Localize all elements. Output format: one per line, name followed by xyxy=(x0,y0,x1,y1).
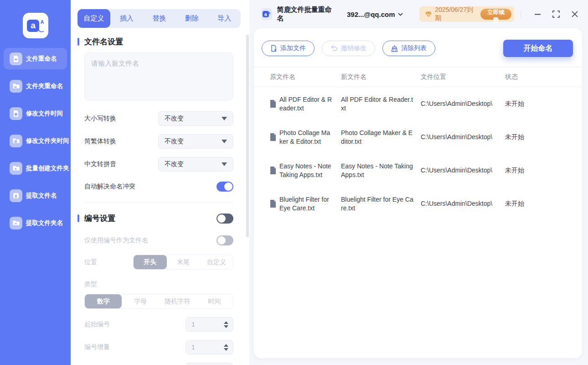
sidebar-item-label: 文件重命名 xyxy=(26,55,57,63)
window-controls xyxy=(514,10,579,18)
toolbar: 添加文件 撤销修改 清除列表 开始命名 xyxy=(254,28,582,57)
table-row[interactable]: All PDF Editor & Reader.txt All PDF Edit… xyxy=(254,87,582,120)
step-up-icon[interactable] xyxy=(224,321,228,324)
add-files-button[interactable]: 添加文件 xyxy=(262,41,315,56)
logo-arrow-icon xyxy=(38,28,44,33)
position-option-custom[interactable]: 自定义 xyxy=(200,255,233,269)
folder-plus-icon xyxy=(10,162,22,175)
titlebar-app-icon: a A xyxy=(261,8,272,20)
mini-A-icon: A xyxy=(268,11,270,15)
file-location: C:\Users\Admin\Desktop\ xyxy=(421,133,498,141)
increment-stepper[interactable]: 1 xyxy=(186,340,233,355)
conflict-resolve-label: 自动解决命名冲突 xyxy=(84,182,135,191)
table-row[interactable]: Easy Notes - Note Taking Apps.txt Easy N… xyxy=(254,154,582,187)
pinyin-convert-label: 中文转拼音 xyxy=(84,160,116,168)
account-menu[interactable]: 392...@qq.com xyxy=(347,10,403,18)
toggle-knob xyxy=(224,182,232,191)
logo-a-icon: a xyxy=(27,20,39,32)
case-convert-select[interactable]: 不改变 xyxy=(158,111,233,126)
license-expiry: 2025/06/27到期 xyxy=(435,6,476,22)
tab-import[interactable]: 导入 xyxy=(208,9,241,28)
sidebar-item-label: 提取文件夹名 xyxy=(26,219,63,227)
increment-value: 1 xyxy=(191,344,195,351)
mode-tabbar: 自定义 插入 替换 删除 导入 xyxy=(77,9,241,28)
type-option-random[interactable]: 随机字符 xyxy=(159,294,196,308)
step-up-icon[interactable] xyxy=(224,344,228,347)
conflict-resolve-toggle[interactable] xyxy=(217,182,233,192)
logo-A-icon: A xyxy=(41,19,44,25)
undo-label: 撤销修改 xyxy=(341,44,366,52)
status-text: 未开始 xyxy=(505,166,582,175)
original-filename: All PDF Editor & Reader.txt xyxy=(279,95,333,113)
sidebar-item-extract-foldername[interactable]: 提取文件夹名 xyxy=(4,212,67,234)
minimize-button[interactable] xyxy=(533,10,542,18)
file-icon xyxy=(270,200,276,208)
titlebar: a A 简鹿文件批量重命名 392...@qq.com V 2025/06/27… xyxy=(249,0,588,28)
start-rename-button[interactable]: 开始命名 xyxy=(503,40,573,57)
table-row[interactable]: Photo Collage Maker & Editor.txt Photo C… xyxy=(254,120,582,154)
app-logo: a A xyxy=(23,13,48,38)
filename-section-header: 文件名设置 xyxy=(77,36,233,47)
file-location: C:\Users\Admin\Desktop\ xyxy=(421,99,498,108)
vip-diamond-icon: V xyxy=(425,11,432,18)
start-number-stepper[interactable]: 1 xyxy=(186,317,233,332)
maximize-button[interactable] xyxy=(552,10,560,18)
pinyin-convert-select[interactable]: 不改变 xyxy=(158,157,233,172)
sidebar-item-folder-time[interactable]: 修改文件夹时间 xyxy=(4,130,67,151)
pinyin-convert-value: 不改变 xyxy=(165,160,184,168)
sidebar-item-folder-rename[interactable]: 文件夹重命名 xyxy=(4,75,67,97)
file-time-icon xyxy=(10,107,22,120)
new-filename-input[interactable] xyxy=(84,52,233,100)
tradsimp-convert-label: 简繁体转换 xyxy=(84,137,116,146)
tab-replace[interactable]: 替换 xyxy=(143,9,176,28)
status-text: 未开始 xyxy=(505,133,582,141)
col-status: 状态 xyxy=(505,73,582,81)
sidebar-nav: 文件重命名 文件夹重命名 修改文件时间 修改文件夹时间 批量创建文件夹 xyxy=(0,48,71,234)
step-down-icon[interactable] xyxy=(224,325,228,328)
original-filename: Easy Notes - Note Taking Apps.txt xyxy=(279,162,333,179)
tab-insert[interactable]: 插入 xyxy=(110,9,143,28)
section-accent-bar xyxy=(77,214,79,222)
position-label: 位置 xyxy=(84,258,97,266)
renew-button[interactable]: 立即续费 xyxy=(480,9,511,20)
case-convert-value: 不改变 xyxy=(165,115,184,123)
clipped-stepper[interactable] xyxy=(186,363,233,365)
tradsimp-convert-select[interactable]: 不改变 xyxy=(158,134,233,149)
sidebar-item-extract-filename[interactable]: 提取文件名 xyxy=(4,185,67,206)
numbering-section-title: 编号设置 xyxy=(84,213,115,224)
section-accent-bar xyxy=(77,38,79,46)
start-number-value: 1 xyxy=(191,321,195,328)
stepper-arrows xyxy=(224,321,228,328)
toggle-knob xyxy=(217,236,226,245)
tab-delete[interactable]: 删除 xyxy=(175,9,208,28)
tab-custom[interactable]: 自定义 xyxy=(77,9,110,28)
new-filename: Bluelight Filter for Eye Care.txt xyxy=(341,195,414,213)
sidebar-item-file-time[interactable]: 修改文件时间 xyxy=(4,103,67,124)
sidebar-item-file-rename[interactable]: 文件重命名 xyxy=(4,48,67,69)
numbering-enable-toggle[interactable] xyxy=(217,214,233,224)
col-location: 文件位置 xyxy=(421,73,505,81)
type-option-letter[interactable]: 字母 xyxy=(122,294,159,308)
sidebar-item-label: 提取文件名 xyxy=(26,192,57,200)
new-filename: Photo Collage Maker & Editor.txt xyxy=(341,129,414,146)
account-email: 392...@qq.com xyxy=(347,10,395,18)
close-button[interactable] xyxy=(571,10,579,18)
only-number-toggle[interactable] xyxy=(217,235,233,245)
stepper-arrows xyxy=(224,344,228,351)
file-icon xyxy=(270,100,276,108)
new-filename: All PDF Editor & Reader.txt xyxy=(341,95,414,113)
undo-button[interactable]: 撤销修改 xyxy=(322,41,375,56)
position-option-end[interactable]: 末尾 xyxy=(167,255,200,269)
add-file-icon xyxy=(270,45,277,52)
clear-list-button[interactable]: 清除列表 xyxy=(382,41,435,56)
table-row[interactable]: Bluelight Filter for Eye Care.txt Blueli… xyxy=(254,187,582,220)
type-option-number[interactable]: 数字 xyxy=(85,294,122,308)
folder-rename-icon xyxy=(10,80,22,93)
position-option-start[interactable]: 开头 xyxy=(134,255,167,269)
step-down-icon[interactable] xyxy=(224,348,228,351)
sidebar-item-batch-create-folder[interactable]: 批量创建文件夹 xyxy=(4,157,67,179)
file-location: C:\Users\Admin\Desktop\ xyxy=(421,166,498,175)
type-option-time[interactable]: 时间 xyxy=(196,294,233,308)
panel-scrollbar[interactable] xyxy=(246,35,249,237)
clear-list-label: 清除列表 xyxy=(401,44,427,52)
